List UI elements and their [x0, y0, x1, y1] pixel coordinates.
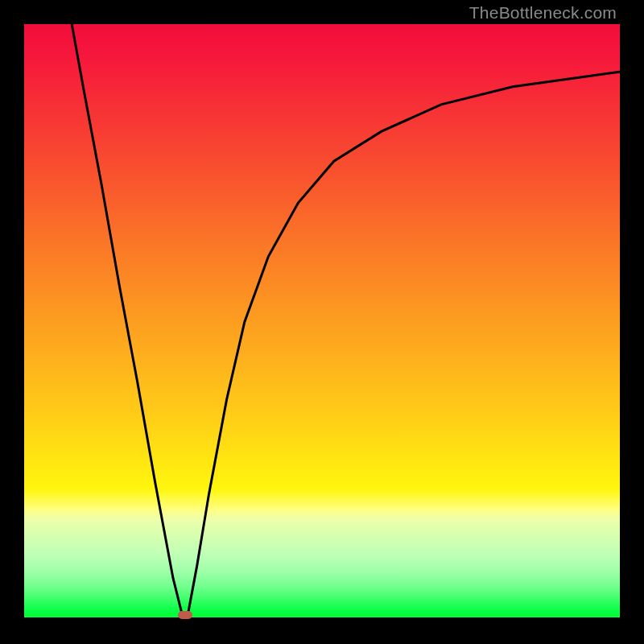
- curve-right-branch: [188, 72, 621, 613]
- chart-baseline: [24, 617, 620, 620]
- bottleneck-curve: [24, 24, 620, 620]
- curve-left-branch: [72, 24, 182, 614]
- chart-frame: [24, 24, 620, 620]
- attribution-text: TheBottleneck.com: [469, 3, 617, 23]
- optimal-point-marker: [178, 611, 192, 619]
